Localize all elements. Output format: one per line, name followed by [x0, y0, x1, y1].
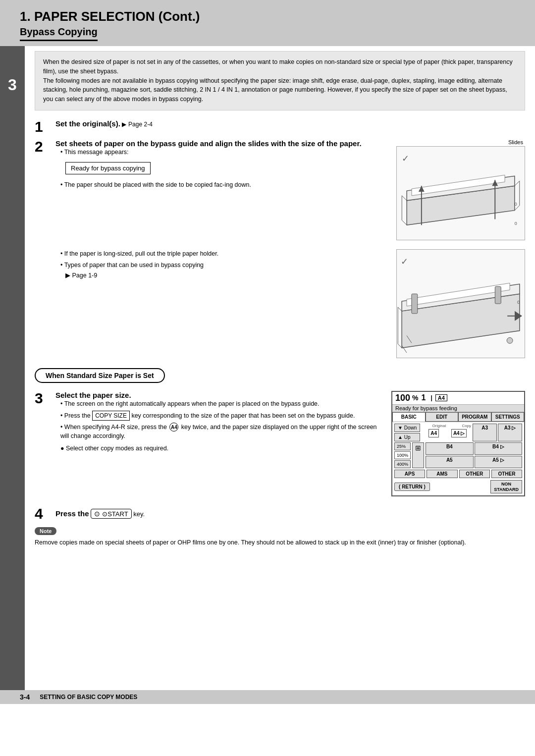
step3-bullet2: Press the COPY SIZE key corresponding to… — [60, 411, 385, 421]
intro-text1: When the desired size of paper is not se… — [43, 58, 513, 75]
copy-label: Copy — [447, 424, 471, 428]
step1-content: Set the original(s). ▶ Page 2-4 — [55, 119, 525, 128]
step1-number: 1 — [35, 119, 50, 134]
btn-a4-orig[interactable]: A4 — [428, 429, 439, 437]
tab-program[interactable]: PROGRAM — [458, 412, 491, 422]
step2-title: Set sheets of paper on the bypass guide … — [55, 139, 391, 148]
step2-content: Set sheets of paper on the bypass guide … — [55, 139, 525, 358]
btn-other2[interactable]: OTHER — [491, 470, 522, 478]
step2-bullet4: Types of paper that can be used in bypas… — [60, 261, 391, 270]
return-parens-close: ) — [424, 484, 426, 489]
tab-edit[interactable]: EDIT — [426, 412, 459, 422]
btn-zoom-400[interactable]: 400% — [394, 460, 411, 468]
step2-right: Slides — [396, 139, 525, 245]
svg-text:0: 0 — [517, 300, 520, 305]
tab-basic[interactable]: BASIC — [392, 412, 426, 422]
step2-bullet1: This message appears: — [60, 148, 391, 157]
step2-left: Set sheets of paper on the bypass guide … — [55, 139, 391, 245]
step2-row: 2 Set sheets of paper on the bypass guid… — [35, 139, 525, 358]
main-content: When the desired size of paper is not se… — [25, 46, 535, 690]
svg-text:0: 0 — [515, 201, 517, 206]
btn-return[interactable]: ( RETURN ) — [394, 483, 430, 491]
start-icon: ⊙ — [94, 510, 100, 518]
diagram-bottom: ✓ 0 — [396, 249, 525, 358]
step4-content: Press the ⊙⊙START key. — [55, 509, 525, 519]
page-footer: 3-4 SETTING OF BASIC COPY MODES — [0, 690, 535, 704]
step3-row: 3 Select the paper size. The screen on t… — [35, 391, 525, 502]
btn-ams[interactable]: AMS — [427, 470, 457, 478]
step3-banner-row: When Standard Size Paper is Set — [35, 363, 525, 387]
btn-b4-copy[interactable]: B4 ▷ — [475, 442, 522, 455]
tab-settings[interactable]: SETTINGS — [491, 412, 525, 422]
footer-page-num: 3-4 — [20, 693, 30, 701]
btn-a5-copy[interactable]: A5 ▷ — [475, 456, 522, 468]
step3-area: Select the paper size. The screen on the… — [55, 391, 525, 497]
step2-bullet2: The paper should be placed with the side… — [60, 180, 391, 190]
return-parens-open: ( — [399, 484, 400, 489]
step2-lower: If the paper is long-sized, pull out the… — [55, 249, 525, 358]
step2-bullet3: If the paper is long-sized, pull out the… — [60, 249, 391, 259]
start-label: ⊙START — [102, 510, 128, 518]
step4-title: Press the — [55, 509, 89, 518]
panel-tabs-row: BASIC EDIT PROGRAM SETTINGS — [392, 412, 524, 422]
btn-other1[interactable]: OTHER — [459, 470, 490, 478]
intro-box: When the desired size of paper is not se… — [35, 51, 525, 110]
step3-right: 100 % 1 | A4 Ready for bypass feeding BA… — [391, 391, 525, 497]
intro-text2: The following modes are not available in… — [43, 77, 507, 103]
section-title: Bypass Copying — [20, 26, 98, 41]
note-label: Note — [35, 527, 56, 535]
step2-page-arrow: ▶ — [65, 272, 72, 279]
step3-left: Select the paper size. The screen on the… — [55, 391, 385, 497]
step4-number: 4 — [35, 506, 50, 521]
step1-title: Set the original(s). — [55, 119, 120, 128]
side-number: 3 — [8, 76, 17, 94]
a4-group: Original A4 — [422, 424, 446, 441]
panel-screen: 100 % 1 | A4 Ready for bypass feeding BA… — [391, 391, 525, 497]
step2-lower-right: ✓ 0 — [396, 249, 525, 358]
btn-up[interactable]: ▲ Up — [394, 433, 420, 441]
note-text: Remove copies made on special sheets of … — [35, 538, 525, 547]
footer-text: SETTING OF BASIC COPY MODES — [40, 694, 137, 701]
step3-title: Select the paper size. — [55, 391, 385, 399]
panel-status-bar: 100 % 1 | A4 — [392, 392, 524, 405]
return-label: RETURN — [402, 484, 423, 489]
btn-a3-orig[interactable]: A3 — [473, 424, 497, 441]
step1-page-ref: Page 2-4 — [128, 121, 153, 128]
start-key: ⊙⊙START — [91, 509, 131, 519]
copy-size-box: COPY SIZE — [92, 411, 130, 421]
page-title: 1. PAPER SELECTION (Cont.) — [20, 9, 515, 24]
panel-arrow-group: ▼ Down ▲ Up — [394, 424, 420, 441]
page-header: 1. PAPER SELECTION (Cont.) Bypass Copyin… — [0, 0, 535, 46]
note-box: Note Remove copies made on special sheet… — [35, 527, 525, 547]
panel-a4-badge: A4 — [435, 394, 447, 401]
btn-b4-orig[interactable]: B4 — [426, 442, 473, 455]
panel-bypass-text: Ready for bypass feeding — [392, 405, 524, 412]
step3-bullet1: The screen on the right automatically ap… — [60, 399, 385, 409]
message-box: Ready for bypass copying — [65, 162, 151, 174]
step2-pageref-row: ▶ Page 1-9 — [65, 271, 391, 279]
a4-copy-group: Copy A4 ▷ — [447, 424, 471, 441]
btn-zoom-100[interactable]: 100% — [394, 451, 411, 459]
panel-size-col1: Original A4 Copy A4 ▷ — [422, 424, 471, 441]
btn-nonstandard[interactable]: NONSTANDARD — [490, 480, 522, 494]
step2-page-ref: Page 1-9 — [72, 272, 97, 279]
btn-aps[interactable]: APS — [394, 470, 425, 478]
step3-bullet3: When specifying A4-R size, press the A4 … — [60, 423, 385, 441]
svg-rect-21 — [412, 294, 418, 314]
standard-size-banner: When Standard Size Paper is Set — [35, 368, 165, 383]
content-area: 3 When the desired size of paper is not … — [0, 46, 535, 690]
btn-down[interactable]: ▼ Down — [394, 424, 420, 432]
btn-a5-orig[interactable]: A5 — [426, 456, 473, 468]
panel-row2: 25% 100% 400% ⊞ B4 B4 ▷ A5 — [392, 442, 524, 469]
btn-a3-copy[interactable]: A3 ▷ — [498, 424, 522, 441]
panel-zoom-group: 25% 100% 400% — [394, 442, 411, 468]
btn-zoom-25[interactable]: 25% — [394, 442, 411, 450]
panel-percent: 100 — [395, 393, 410, 403]
step1-arrow: ▶ — [122, 121, 126, 128]
step4-suffix: key. — [133, 510, 145, 518]
btn-a4-copy[interactable]: A4 ▷ — [451, 429, 467, 437]
panel-copies: 1 — [422, 393, 426, 402]
step2-number: 2 — [35, 139, 50, 154]
btn-zoom-icon[interactable]: ⊞ — [412, 442, 424, 468]
step2-lower-left: If the paper is long-sized, pull out the… — [55, 249, 391, 358]
